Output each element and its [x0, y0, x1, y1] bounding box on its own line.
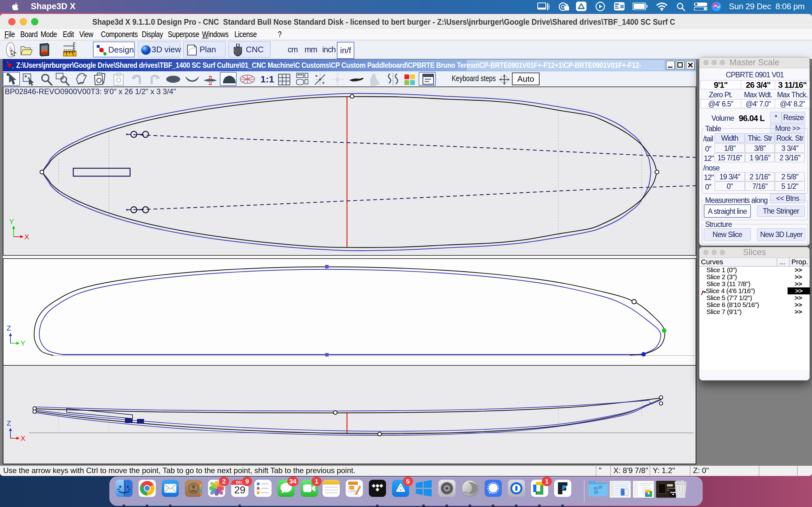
svg-text:1: 1 [66, 53, 67, 56]
svg-text:Y: Y [20, 339, 26, 347]
svg-text:X: X [24, 233, 29, 241]
svg-text:Z: Z [7, 419, 11, 427]
svg-text:Z: Z [7, 324, 11, 332]
svg-text:8: 8 [72, 53, 74, 56]
svg-text:⌘: ⌘ [620, 4, 624, 9]
svg-text:Y: Y [9, 218, 14, 226]
svg-text:BP02846-REVO0900V00T3: 9'0" x: BP02846-REVO0900V00T3: 9'0" x 26 1/2" x … [5, 87, 176, 96]
svg-text:X: X [20, 435, 26, 442]
